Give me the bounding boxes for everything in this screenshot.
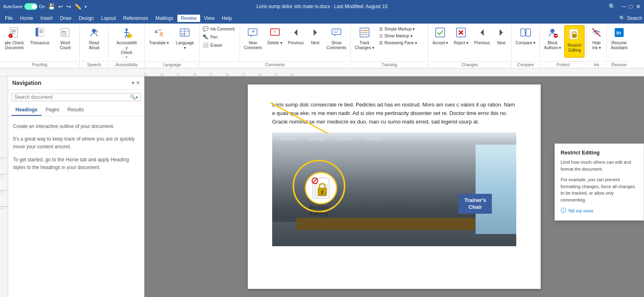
nav-expand-icon[interactable]: ▾ <box>132 80 134 86</box>
tab-results[interactable]: Results <box>63 104 88 116</box>
svg-rect-7 <box>38 28 44 36</box>
eraser-button[interactable]: ⬜ Eraser <box>201 41 236 49</box>
show-comments-button[interactable]: ShowComments <box>324 25 349 58</box>
close-icon[interactable]: ✕ <box>636 3 641 10</box>
thesaurus-button[interactable]: Thesaurus <box>28 25 52 58</box>
toggle-knob <box>32 4 37 9</box>
document-page[interactable]: RestrictEditing Loris sump dolc consecra… <box>248 85 541 289</box>
check-document-button[interactable]: abc Check Document <box>2 25 27 58</box>
menu-mailings[interactable]: Mailings <box>152 15 177 22</box>
menu-help[interactable]: Help <box>218 15 235 22</box>
language-label: Language ▾ <box>175 41 195 50</box>
document-area[interactable]: RestrictEditing Loris sump dolc consecra… <box>144 76 644 297</box>
svg-rect-43 <box>436 28 445 37</box>
nav-line3: To get started, go to the Home tab and a… <box>13 156 139 171</box>
ink-comment-button[interactable]: 💬 Ink Comment <box>201 25 236 33</box>
svg-point-52 <box>550 29 554 33</box>
tell-me-more-label[interactable]: Tell me more <box>568 208 594 213</box>
hide-ink-button[interactable]: HideInk ▾ <box>588 25 605 58</box>
language-button[interactable]: EN Language ▾ <box>172 25 197 58</box>
reject-label: Reject ▾ <box>454 41 468 46</box>
search-icon[interactable]: 🔍 <box>609 3 616 10</box>
reject-button[interactable]: Reject ▾ <box>451 25 471 58</box>
next-comment-button[interactable]: Next <box>307 25 323 58</box>
compare-button[interactable]: Compare ▾ <box>513 25 538 58</box>
tell-me-more-link[interactable]: ⓘ Tell me more <box>561 207 638 215</box>
save-icon[interactable]: 💾 <box>48 3 55 10</box>
doc-text-content: Loris sump dolc consecrate re tied. Pedi… <box>272 102 515 125</box>
svg-rect-60 <box>574 36 575 37</box>
accept-button[interactable]: Accept ▾ <box>430 25 450 58</box>
pen-button[interactable]: ✒️ Pen <box>201 33 236 41</box>
ruler-mark: 3 <box>226 73 242 76</box>
next-change-button[interactable]: Next <box>493 25 509 58</box>
eraser-icon: ⬜ <box>203 42 209 48</box>
menu-design[interactable]: Design <box>75 15 97 22</box>
reviewing-pane-button[interactable]: ☰ Reviewing Pane ▾ <box>378 40 426 46</box>
new-comment-button[interactable]: + NewComment <box>242 25 264 58</box>
delete-button[interactable]: - Delete ▾ <box>265 25 285 58</box>
search-dropdown-icon[interactable]: ▾ <box>136 95 138 100</box>
previous-comment-button[interactable]: Previous <box>286 25 306 58</box>
svg-text:+: + <box>252 29 255 35</box>
tracking-group-label: Tracking <box>352 61 426 67</box>
tab-headings[interactable]: Headings <box>11 104 41 116</box>
block-authors-button[interactable]: BlockAuthors ▾ <box>541 25 563 58</box>
proofing-buttons: abc Check Document Thesaurus abc123 Word… <box>2 25 78 61</box>
customize-qat-icon[interactable]: ▾ <box>85 4 87 9</box>
autosave-toggle[interactable]: AutoSave On <box>3 3 45 10</box>
menu-insert[interactable]: Insert <box>37 15 56 22</box>
nav-header: Navigation ▾ ✕ <box>8 76 144 90</box>
svg-marker-47 <box>480 29 484 36</box>
nav-tabs: Headings Pages Results <box>8 104 144 116</box>
restrict-editing-button[interactable]: RestrictEditing <box>564 25 585 58</box>
delete-icon: - <box>269 27 281 40</box>
search-input[interactable] <box>14 94 130 100</box>
menu-home[interactable]: Home <box>17 15 36 22</box>
resume-buttons: in ResumeAssistant <box>608 25 630 61</box>
undo-icon[interactable]: ↩ <box>58 3 63 10</box>
translate-button[interactable]: A文 Translate ▾ <box>146 25 171 58</box>
changes-buttons: Accept ▾ Reject ▾ Previous Next <box>430 25 509 61</box>
show-comments-label: ShowComments <box>327 41 346 50</box>
read-aloud-button[interactable]: Read Aloud <box>81 25 107 58</box>
redo-icon[interactable]: ↪ <box>66 3 71 10</box>
resume-assistant-button[interactable]: in ResumeAssistant <box>608 25 630 58</box>
protect-buttons: BlockAuthors ▾ RestrictEditing <box>541 25 585 61</box>
ribbon-group-proofing: abc Check Document Thesaurus abc123 Word… <box>0 24 80 67</box>
nav-close-icon[interactable]: ✕ <box>136 80 140 86</box>
simple-markup-button[interactable]: ☰ Simple Markup ▾ <box>378 26 426 32</box>
menu-review[interactable]: Review <box>177 15 200 22</box>
word-count-button[interactable]: abc123 Word Count <box>52 25 78 58</box>
menu-file[interactable]: File <box>2 15 16 22</box>
autosave-label: AutoSave <box>3 4 23 9</box>
minimize-icon[interactable]: ─ <box>622 3 626 10</box>
search-button[interactable]: 🔍 <box>130 94 136 100</box>
search-bar-label[interactable]: Search <box>627 15 642 21</box>
menu-references[interactable]: References <box>120 15 151 22</box>
help-circle-icon: ⓘ <box>561 207 566 215</box>
previous-change-button[interactable]: Previous <box>472 25 492 58</box>
maximize-icon[interactable]: □ <box>629 3 633 10</box>
thesaurus-icon <box>34 27 46 40</box>
show-markup-button[interactable]: ☷ Show Markup ▾ <box>378 33 426 39</box>
touch-icon[interactable]: ✏️ <box>74 3 81 10</box>
tab-pages[interactable]: Pages <box>41 104 63 116</box>
ribbon-group-tracking: TrackChanges ▾ ☰ Simple Markup ▾ ☷ Show … <box>351 24 428 67</box>
comments-buttons: 💬 Ink Comment ✒️ Pen ⬜ Eraser + NewComme… <box>201 25 349 61</box>
track-changes-button[interactable]: TrackChanges ▾ <box>352 25 377 58</box>
ribbon-group-language: A文 Translate ▾ EN Language ▾ Language <box>145 24 199 67</box>
autosave-toggle-on[interactable] <box>24 3 37 10</box>
track-changes-icon <box>359 27 370 40</box>
menu-view[interactable]: View <box>201 15 218 22</box>
language-group-label: Language <box>146 61 197 67</box>
trainers-chair-label: Trainer'sChair <box>464 197 486 210</box>
check-accessibility-button[interactable]: ! AccessibilityCheck ▾ <box>110 25 143 58</box>
menu-draw[interactable]: Draw <box>57 15 74 22</box>
speech-label: Speech <box>81 61 107 67</box>
accessibility-dropdown-arrow: ▾ <box>126 55 127 59</box>
menu-layout[interactable]: Layout <box>98 15 119 22</box>
next-change-label: Next <box>497 41 506 46</box>
ribbon-group-compare: Compare ▾ Compare <box>511 24 540 67</box>
ruler-mark: │ <box>177 73 193 76</box>
